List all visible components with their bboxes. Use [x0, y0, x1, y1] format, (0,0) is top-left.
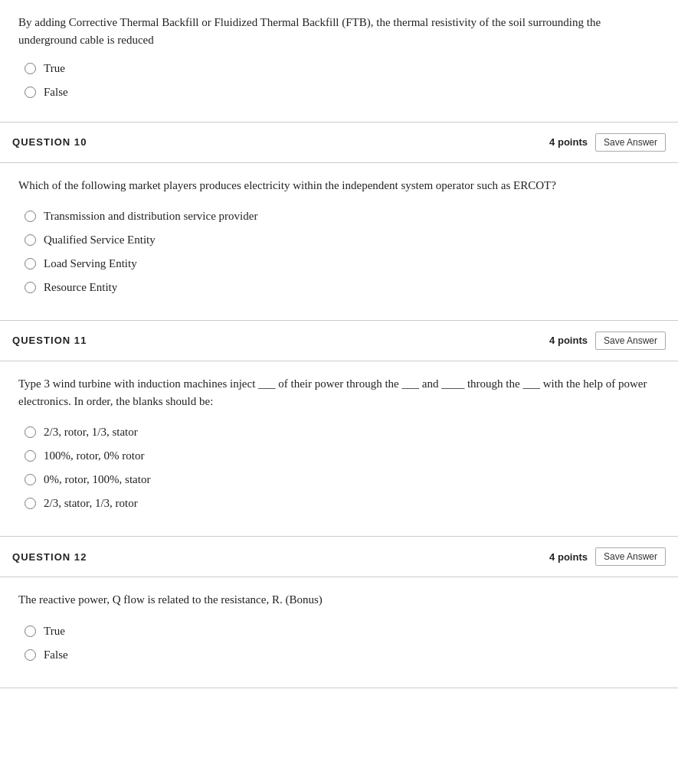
points-label-10: 4 points — [549, 136, 588, 148]
radio-10-3[interactable] — [25, 282, 36, 293]
option-11-0[interactable]: 2/3, rotor, 1/3, stator — [25, 424, 660, 440]
question-meta-10: 4 points Save Answer — [549, 133, 666, 152]
radio-10-2[interactable] — [25, 258, 36, 270]
radio-11-0[interactable] — [25, 426, 36, 438]
label-10-3: Resource Entity — [44, 279, 117, 296]
radio-10-1[interactable] — [25, 234, 36, 246]
option-11-3[interactable]: 2/3, stator, 1/3, rotor — [25, 495, 660, 511]
intro-options: True False — [18, 60, 660, 100]
question-label-10: QUESTION 10 — [12, 136, 87, 148]
question-body-11: Type 3 wind turbine with induction machi… — [0, 361, 678, 537]
label-11-1: 100%, rotor, 0% rotor — [44, 448, 144, 464]
option-12-1[interactable]: False — [25, 647, 660, 663]
label-11-0: 2/3, rotor, 1/3, stator — [44, 424, 138, 440]
question-text-12: The reactive power, Q flow is related to… — [18, 591, 660, 609]
intro-radio-false[interactable] — [25, 87, 36, 98]
intro-text: By adding Corrective Thermal Backfill or… — [18, 14, 660, 50]
option-10-1[interactable]: Qualified Service Entity — [25, 232, 660, 248]
option-10-3[interactable]: Resource Entity — [25, 279, 660, 296]
radio-11-2[interactable] — [25, 474, 36, 485]
radio-12-1[interactable] — [25, 649, 36, 661]
options-list-12: True False — [18, 623, 660, 663]
question-header-12: QUESTION 12 4 points Save Answer — [0, 537, 678, 577]
intro-option-true[interactable]: True — [25, 60, 660, 77]
label-10-2: Load Serving Entity — [44, 256, 137, 272]
label-10-0: Transmission and distribution service pr… — [44, 208, 257, 224]
question-block-10: QUESTION 10 4 points Save Answer Which o… — [0, 122, 678, 321]
options-list-11: 2/3, rotor, 1/3, stator 100%, rotor, 0% … — [18, 424, 660, 511]
question-label-12: QUESTION 12 — [12, 551, 87, 563]
radio-11-3[interactable] — [25, 498, 36, 509]
option-10-0[interactable]: Transmission and distribution service pr… — [25, 208, 660, 224]
label-12-0: True — [44, 623, 65, 639]
question-meta-12: 4 points Save Answer — [549, 547, 666, 566]
question-text-10: Which of the following market players pr… — [18, 177, 660, 194]
intro-radio-true[interactable] — [25, 63, 36, 74]
question-meta-11: 4 points Save Answer — [549, 332, 666, 350]
question-block-12: QUESTION 12 4 points Save Answer The rea… — [0, 537, 678, 688]
label-12-1: False — [44, 647, 68, 663]
question-text-11: Type 3 wind turbine with induction machi… — [18, 375, 660, 411]
question-block-11: QUESTION 11 4 points Save Answer Type 3 … — [0, 321, 678, 537]
question-header-10: QUESTION 10 4 points Save Answer — [0, 122, 678, 163]
intro-label-true: True — [44, 60, 65, 77]
save-answer-button-11[interactable]: Save Answer — [595, 332, 666, 350]
label-10-1: Qualified Service Entity — [44, 232, 156, 248]
radio-12-0[interactable] — [25, 626, 36, 637]
points-label-11: 4 points — [549, 335, 588, 346]
question-label-11: QUESTION 11 — [12, 335, 87, 346]
question-header-11: QUESTION 11 4 points Save Answer — [0, 321, 678, 361]
radio-10-0[interactable] — [25, 211, 36, 222]
save-answer-button-12[interactable]: Save Answer — [595, 547, 666, 566]
save-answer-button-10[interactable]: Save Answer — [595, 133, 666, 152]
options-list-10: Transmission and distribution service pr… — [18, 208, 660, 296]
page-container: By adding Corrective Thermal Backfill or… — [0, 0, 678, 688]
question-body-10: Which of the following market players pr… — [0, 163, 678, 320]
option-11-2[interactable]: 0%, rotor, 100%, stator — [25, 472, 660, 488]
radio-11-1[interactable] — [25, 450, 36, 462]
question-body-12: The reactive power, Q flow is related to… — [0, 577, 678, 687]
label-11-2: 0%, rotor, 100%, stator — [44, 472, 150, 488]
intro-option-false[interactable]: False — [25, 84, 660, 100]
points-label-12: 4 points — [549, 551, 588, 563]
label-11-3: 2/3, stator, 1/3, rotor — [44, 495, 138, 511]
option-10-2[interactable]: Load Serving Entity — [25, 256, 660, 272]
option-12-0[interactable]: True — [25, 623, 660, 639]
option-11-1[interactable]: 100%, rotor, 0% rotor — [25, 448, 660, 464]
intro-section: By adding Corrective Thermal Backfill or… — [0, 0, 678, 122]
intro-label-false: False — [44, 84, 68, 100]
